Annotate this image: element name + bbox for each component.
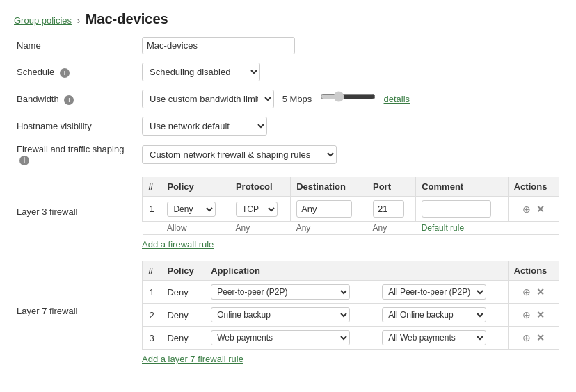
l3-default-protocol: Any xyxy=(230,222,290,235)
layer3-table: # Policy Protocol Destination Port Comme… xyxy=(142,177,559,235)
l7-col-application: Application xyxy=(205,261,508,281)
table-row: 3 Deny Web payments All Web payments xyxy=(143,327,559,350)
details-link[interactable]: details xyxy=(384,94,410,104)
l3-protocol-select[interactable]: TCP UDP Any xyxy=(236,202,278,217)
l7-cat-select-1[interactable]: All Peer-to-peer (P2P) xyxy=(382,284,486,300)
l3-col-port: Port xyxy=(367,177,416,197)
l7-col-num: # xyxy=(143,261,161,281)
l7-row2-actions: ⊕ ✕ xyxy=(508,304,559,327)
l3-row1-comment xyxy=(416,197,509,222)
l3-row1-protocol: TCP UDP Any xyxy=(230,197,290,222)
l3-port-input[interactable] xyxy=(373,200,404,218)
hostname-select[interactable]: Use network default xyxy=(142,117,267,136)
l7-row2-policy: Deny xyxy=(161,304,205,327)
l7-col-actions: Actions xyxy=(508,261,559,281)
layer7-label: Layer 7 firewall xyxy=(14,254,139,368)
l7-cat-select-2[interactable]: All Online backup xyxy=(382,307,486,322)
bandwidth-select[interactable]: Use custom bandwidth limit xyxy=(142,90,274,108)
layer3-container: # Policy Protocol Destination Port Comme… xyxy=(142,177,559,250)
l3-row1-num: 1 xyxy=(143,197,161,222)
layer7-table: # Policy Application Actions 1 Deny xyxy=(142,261,559,350)
l7-col-policy: Policy xyxy=(161,261,205,281)
l7-row3-app: Web payments xyxy=(205,327,376,350)
name-input[interactable] xyxy=(142,37,295,54)
delete-icon[interactable]: ✕ xyxy=(536,332,545,343)
l7-row2-cat: All Online backup xyxy=(376,304,508,327)
l3-row1-policy: Deny Allow xyxy=(161,197,230,222)
table-row: 1 Deny Allow TCP xyxy=(143,197,559,222)
l7-row1-app: Peer-to-peer (P2P) xyxy=(205,281,376,304)
l3-row1-port xyxy=(367,197,416,222)
move-icon[interactable]: ⊕ xyxy=(522,309,531,320)
l3-row1-actions: ⊕ ✕ xyxy=(508,197,559,222)
l3-col-num: # xyxy=(143,177,161,197)
name-label: Name xyxy=(14,33,139,58)
l3-col-actions: Actions xyxy=(508,177,559,197)
bandwidth-mbps-value: 5 Mbps xyxy=(282,94,312,104)
l3-default-row: Allow Any Any Any Default rule xyxy=(143,222,559,235)
l3-col-destination: Destination xyxy=(291,177,367,197)
l3-default-policy: Allow xyxy=(161,222,230,235)
delete-icon[interactable]: ✕ xyxy=(536,309,545,320)
l3-default-comment: Default rule xyxy=(416,222,559,235)
bandwidth-info-icon[interactable]: i xyxy=(64,95,74,105)
add-firewall-rule-link[interactable]: Add a firewall rule xyxy=(142,239,214,250)
firewall-traffic-select[interactable]: Custom network firewall & shaping rules xyxy=(142,145,337,164)
l7-app-select-2[interactable]: Online backup xyxy=(211,307,350,322)
l7-row1-policy: Deny xyxy=(161,281,205,304)
l7-row2-num: 2 xyxy=(143,304,161,327)
firewall-label: Firewall and traffic shaping i xyxy=(14,140,139,170)
l3-col-protocol: Protocol xyxy=(230,177,290,197)
l3-destination-input[interactable] xyxy=(296,200,352,218)
table-row: 2 Deny Online backup All Online back xyxy=(143,304,559,327)
l7-row1-num: 1 xyxy=(143,281,161,304)
page-title: Mac-devices xyxy=(86,11,168,26)
l7-app-select-1[interactable]: Peer-to-peer (P2P) xyxy=(211,284,350,300)
schedule-label: Schedule i xyxy=(14,58,139,85)
l3-policy-select[interactable]: Deny Allow xyxy=(167,202,216,217)
l7-app-select-3[interactable]: Web payments xyxy=(211,330,350,345)
l7-row3-actions: ⊕ ✕ xyxy=(508,327,559,350)
layer3-label: Layer 3 firewall xyxy=(14,170,139,254)
bandwidth-slider[interactable] xyxy=(320,91,376,102)
l3-default-port: Any xyxy=(367,222,416,235)
l3-default-num xyxy=(143,222,161,235)
add-layer7-rule-link[interactable]: Add a layer 7 firewall rule xyxy=(142,354,243,364)
l7-cat-select-3[interactable]: All Web payments xyxy=(382,330,486,345)
l7-row3-policy: Deny xyxy=(161,327,205,350)
delete-icon[interactable]: ✕ xyxy=(536,204,545,215)
l7-row1-cat: All Peer-to-peer (P2P) xyxy=(376,281,508,304)
bandwidth-label: Bandwidth i xyxy=(14,85,139,113)
l7-row2-app: Online backup xyxy=(205,304,376,327)
move-icon[interactable]: ⊕ xyxy=(522,332,531,343)
schedule-info-icon[interactable]: i xyxy=(60,68,70,78)
l7-row3-cat: All Web payments xyxy=(376,327,508,350)
table-row: 1 Deny Peer-to-peer (P2P) All Peer-t xyxy=(143,281,559,304)
delete-icon[interactable]: ✕ xyxy=(536,286,545,297)
l3-col-policy: Policy xyxy=(161,177,230,197)
l3-row1-destination xyxy=(291,197,367,222)
settings-form: Name Schedule i Scheduling disabled Band… xyxy=(14,33,562,368)
l7-row3-num: 3 xyxy=(143,327,161,350)
l7-row1-actions: ⊕ ✕ xyxy=(508,281,559,304)
layer7-container: # Policy Application Actions 1 Deny xyxy=(142,261,559,364)
breadcrumb-separator: › xyxy=(77,15,80,26)
hostname-label: Hostname visibility xyxy=(14,113,139,140)
move-icon[interactable]: ⊕ xyxy=(522,204,531,215)
breadcrumb-parent-link[interactable]: Group policies xyxy=(14,15,72,26)
schedule-select[interactable]: Scheduling disabled xyxy=(142,63,260,81)
l3-col-comment: Comment xyxy=(416,177,509,197)
firewall-info-icon[interactable]: i xyxy=(19,156,29,165)
move-icon[interactable]: ⊕ xyxy=(522,286,531,297)
bandwidth-slider-wrap xyxy=(320,91,376,102)
l3-default-destination: Any xyxy=(291,222,367,235)
l3-comment-input[interactable] xyxy=(422,200,491,218)
breadcrumb: Group policies › Mac-devices xyxy=(14,11,562,27)
